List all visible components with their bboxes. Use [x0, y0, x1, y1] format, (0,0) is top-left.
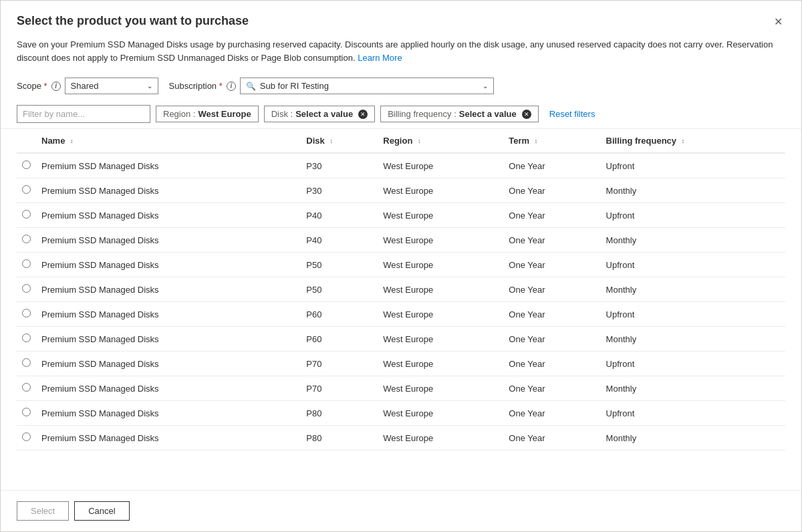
- row-select-cell[interactable]: [17, 153, 36, 178]
- scope-dropdown[interactable]: Shared ⌄: [65, 78, 158, 94]
- row-region: West Europe: [378, 228, 503, 253]
- table-row[interactable]: Premium SSD Managed Disks P50 West Europ…: [17, 277, 785, 302]
- scope-value: Shared: [71, 81, 99, 91]
- row-disk: P80: [301, 401, 378, 426]
- billing-frequency-sort-icon: ↕: [682, 138, 685, 144]
- disk-filter-chip[interactable]: Disk : Select a value ✕: [264, 106, 376, 122]
- table-row[interactable]: Premium SSD Managed Disks P70 West Europ…: [17, 352, 785, 376]
- row-select-cell[interactable]: [17, 178, 36, 203]
- learn-more-link[interactable]: Learn More: [358, 53, 402, 63]
- region-chip-label: Region :: [163, 109, 195, 119]
- row-disk: P70: [301, 376, 378, 401]
- col-term[interactable]: Term ↕: [503, 129, 600, 153]
- table-row[interactable]: Premium SSD Managed Disks P80 West Europ…: [17, 426, 785, 450]
- filters-row: Region : West Europe Disk : Select a val…: [1, 102, 801, 128]
- row-radio[interactable]: [22, 383, 31, 392]
- table-row[interactable]: Premium SSD Managed Disks P40 West Europ…: [17, 228, 785, 253]
- row-radio[interactable]: [22, 284, 31, 293]
- row-radio[interactable]: [22, 210, 31, 219]
- row-term: One Year: [503, 178, 600, 203]
- cancel-button[interactable]: Cancel: [74, 501, 129, 521]
- term-sort-icon: ↕: [535, 138, 538, 144]
- row-radio[interactable]: [22, 408, 31, 416]
- disk-chip-value: Select a value: [295, 109, 353, 119]
- billing-frequency-filter-chip[interactable]: Billing frequency : Select a value ✕: [380, 106, 539, 122]
- row-region: West Europe: [378, 352, 503, 376]
- table-row[interactable]: Premium SSD Managed Disks P30 West Europ…: [17, 153, 785, 178]
- table-row[interactable]: Premium SSD Managed Disks P40 West Europ…: [17, 203, 785, 228]
- billing-frequency-chip-label: Billing frequency :: [388, 109, 456, 119]
- row-disk: P40: [301, 228, 378, 253]
- table-row[interactable]: Premium SSD Managed Disks P60 West Europ…: [17, 327, 785, 352]
- row-disk: P30: [301, 153, 378, 178]
- col-billing-frequency[interactable]: Billing frequency ↕: [601, 129, 785, 153]
- filter-input[interactable]: [17, 105, 150, 123]
- row-select-cell[interactable]: [17, 203, 36, 228]
- col-disk[interactable]: Disk ↕: [301, 129, 378, 153]
- row-radio[interactable]: [22, 334, 31, 342]
- row-radio[interactable]: [22, 185, 31, 194]
- row-billing-frequency: Upfront: [601, 352, 785, 376]
- subscription-search-icon: 🔍: [246, 82, 256, 91]
- row-billing-frequency: Upfront: [601, 153, 785, 178]
- subscription-dropdown-arrow: ⌄: [483, 82, 488, 90]
- scope-field-group: Scope * i Shared ⌄: [17, 78, 158, 94]
- table-row[interactable]: Premium SSD Managed Disks P50 West Europ…: [17, 253, 785, 277]
- row-select-cell[interactable]: [17, 376, 36, 401]
- row-region: West Europe: [378, 178, 503, 203]
- row-name: Premium SSD Managed Disks: [36, 253, 301, 277]
- billing-frequency-chip-clear[interactable]: ✕: [522, 110, 531, 119]
- table-row[interactable]: Premium SSD Managed Disks P60 West Europ…: [17, 302, 785, 327]
- table-row[interactable]: Premium SSD Managed Disks P30 West Europ…: [17, 178, 785, 203]
- row-disk: P50: [301, 253, 378, 277]
- row-billing-frequency: Monthly: [601, 178, 785, 203]
- close-button[interactable]: ✕: [771, 14, 785, 30]
- row-billing-frequency: Monthly: [601, 426, 785, 450]
- row-select-cell[interactable]: [17, 277, 36, 302]
- row-select-cell[interactable]: [17, 352, 36, 376]
- row-billing-frequency: Upfront: [601, 302, 785, 327]
- table-row[interactable]: Premium SSD Managed Disks P80 West Europ…: [17, 401, 785, 426]
- row-name: Premium SSD Managed Disks: [36, 327, 301, 352]
- region-filter-chip[interactable]: Region : West Europe: [156, 106, 259, 122]
- row-region: West Europe: [378, 327, 503, 352]
- subscription-required: *: [219, 81, 223, 91]
- row-radio[interactable]: [22, 259, 31, 268]
- row-select-cell[interactable]: [17, 302, 36, 327]
- col-select: [17, 129, 36, 153]
- row-name: Premium SSD Managed Disks: [36, 203, 301, 228]
- row-radio[interactable]: [22, 432, 31, 441]
- row-select-cell[interactable]: [17, 253, 36, 277]
- scope-label: Scope *: [17, 81, 47, 91]
- reset-filters-link[interactable]: Reset filters: [549, 109, 595, 119]
- subscription-dropdown[interactable]: 🔍 Sub for RI Testing ⌄: [240, 78, 494, 94]
- row-region: West Europe: [378, 277, 503, 302]
- row-name: Premium SSD Managed Disks: [36, 401, 301, 426]
- row-radio[interactable]: [22, 358, 31, 367]
- row-select-cell[interactable]: [17, 401, 36, 426]
- disk-chip-clear[interactable]: ✕: [358, 110, 368, 119]
- row-name: Premium SSD Managed Disks: [36, 153, 301, 178]
- scope-info-icon[interactable]: i: [51, 82, 61, 91]
- row-select-cell[interactable]: [17, 228, 36, 253]
- select-button[interactable]: Select: [17, 501, 69, 521]
- col-name[interactable]: Name ↕: [36, 129, 301, 153]
- table-row[interactable]: Premium SSD Managed Disks P70 West Europ…: [17, 376, 785, 401]
- row-disk: P60: [301, 327, 378, 352]
- row-term: One Year: [503, 277, 600, 302]
- subscription-field-group: Subscription * i 🔍 Sub for RI Testing ⌄: [169, 78, 494, 94]
- subscription-value: Sub for RI Testing: [260, 81, 479, 91]
- col-region[interactable]: Region ↕: [378, 129, 503, 153]
- row-select-cell[interactable]: [17, 327, 36, 352]
- row-term: One Year: [503, 302, 600, 327]
- row-radio[interactable]: [22, 235, 31, 243]
- row-radio[interactable]: [22, 309, 31, 317]
- row-term: One Year: [503, 376, 600, 401]
- scope-dropdown-arrow: ⌄: [147, 82, 152, 90]
- row-select-cell[interactable]: [17, 426, 36, 450]
- subscription-label: Subscription *: [169, 81, 223, 91]
- row-radio[interactable]: [22, 160, 31, 169]
- subscription-info-icon[interactable]: i: [227, 82, 236, 91]
- row-disk: P80: [301, 426, 378, 450]
- row-region: West Europe: [378, 253, 503, 277]
